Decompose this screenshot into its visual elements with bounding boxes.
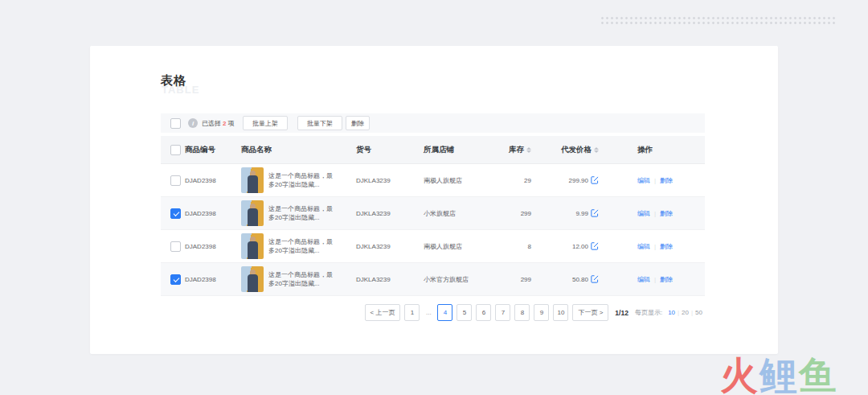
- row-checkbox[interactable]: [170, 241, 181, 252]
- table-row: DJAD2398 这是一个商品标题，最多20字溢出隐藏... DJKLA3239…: [161, 197, 705, 230]
- edit-link[interactable]: 编辑: [637, 242, 650, 251]
- edit-price-icon[interactable]: [591, 275, 599, 283]
- item-no-cell: DJKLA3239: [356, 177, 424, 184]
- edit-link[interactable]: 编辑: [637, 209, 650, 218]
- action-divider: |: [654, 276, 656, 283]
- page-title: 表格: [161, 73, 705, 88]
- bulk-off-shelf-button[interactable]: 批量下架: [297, 116, 342, 130]
- product-id-cell: DJAD2398: [185, 276, 240, 283]
- toolbar-select-checkbox[interactable]: [170, 118, 181, 129]
- action-divider: |: [654, 177, 656, 184]
- shop-cell: 小米官方旗舰店: [424, 275, 507, 284]
- sort-icon-stock[interactable]: [526, 147, 531, 153]
- edit-link[interactable]: 编辑: [637, 176, 650, 185]
- per-page-divider: |: [678, 309, 679, 316]
- stock-cell: 299: [507, 276, 555, 283]
- page-button-10[interactable]: 10: [553, 304, 568, 321]
- bulk-delete-button[interactable]: 删除: [346, 116, 370, 130]
- stock-cell: 8: [507, 243, 555, 250]
- per-page-option-20[interactable]: 20: [682, 309, 689, 316]
- per-page-divider: |: [691, 309, 693, 316]
- col-header-item-no: 货号: [356, 145, 424, 155]
- title-block: TABLE 表格: [161, 73, 705, 94]
- row-checkbox[interactable]: [170, 274, 181, 285]
- edit-price-icon[interactable]: [591, 242, 599, 250]
- selected-suffix: 项: [227, 120, 234, 127]
- edit-link[interactable]: 编辑: [637, 275, 650, 284]
- huoliyu-watermark: 火鲤鱼: [720, 356, 838, 394]
- page-button-8[interactable]: 8: [514, 304, 530, 321]
- col-header-stock[interactable]: 库存: [507, 145, 555, 155]
- delete-link[interactable]: 删除: [660, 209, 673, 218]
- product-title: 这是一个商品标题，最多20字溢出隐藏...: [268, 237, 334, 255]
- bulk-on-shelf-button[interactable]: 批量上架: [243, 116, 288, 130]
- delete-link[interactable]: 删除: [660, 242, 673, 251]
- product-thumbnail: [241, 200, 264, 226]
- table-header-row: 商品编号 商品名称 货号 所属店铺 库存 代发价格 操作: [161, 136, 705, 164]
- row-checkbox[interactable]: [170, 175, 181, 186]
- product-thumbnail: [241, 167, 264, 193]
- edit-price-icon[interactable]: [591, 209, 599, 217]
- price-cell: 50.80: [572, 276, 588, 283]
- selected-prefix: 已选择: [202, 120, 221, 127]
- col-header-price-label: 代发价格: [561, 145, 592, 155]
- edit-price-icon[interactable]: [591, 176, 599, 184]
- page-button-7[interactable]: 7: [495, 304, 510, 321]
- product-thumbnail: [241, 233, 264, 259]
- dot-pattern-decor: [601, 17, 836, 27]
- shop-cell: 小米旗舰店: [424, 209, 507, 218]
- price-cell: 9.99: [575, 210, 588, 217]
- per-page-option-50[interactable]: 50: [695, 309, 702, 316]
- select-all-checkbox[interactable]: [170, 145, 181, 155]
- table-card: TABLE 表格 i 已选择2项 批量上架批量下架删除 商品编号 商品名称 货号…: [90, 46, 778, 354]
- item-no-cell: DJKLA3239: [356, 210, 424, 217]
- sort-icon-price[interactable]: [594, 147, 599, 153]
- table-row: DJAD2398 这是一个商品标题，最多20字溢出隐藏... DJKLA3239…: [161, 263, 705, 296]
- product-title: 这是一个商品标题，最多20字溢出隐藏...: [268, 270, 334, 288]
- table-body: DJAD2398 这是一个商品标题，最多20字溢出隐藏... DJKLA3239…: [161, 164, 705, 296]
- pagination: < 上一页 1...45678910 下一页 > 1/12 每页显示: 10|2…: [161, 304, 705, 321]
- page-button-5[interactable]: 5: [457, 304, 472, 321]
- info-icon: i: [188, 118, 198, 128]
- row-checkbox[interactable]: [170, 208, 181, 219]
- shop-cell: 南极人旗舰店: [424, 242, 507, 251]
- product-id-cell: DJAD2398: [185, 243, 240, 250]
- page-indicator: 1/12: [615, 309, 628, 317]
- col-header-actions: 操作: [636, 145, 705, 155]
- price-cell: 299.90: [569, 177, 588, 184]
- shop-cell: 南极人旗舰店: [424, 176, 507, 185]
- action-divider: |: [654, 243, 656, 250]
- page-button-9[interactable]: 9: [534, 304, 549, 321]
- per-page-label: 每页显示:: [635, 308, 662, 317]
- selected-count: 2: [223, 120, 226, 127]
- col-header-product-name: 商品名称: [240, 145, 356, 155]
- per-page-option-10[interactable]: 10: [668, 309, 675, 316]
- table-row: DJAD2398 这是一个商品标题，最多20字溢出隐藏... DJKLA3239…: [161, 230, 705, 263]
- item-no-cell: DJKLA3239: [356, 243, 424, 250]
- stock-cell: 299: [507, 210, 555, 217]
- delete-link[interactable]: 删除: [660, 275, 673, 284]
- next-page-button[interactable]: 下一页 >: [572, 304, 608, 321]
- product-thumbnail: [241, 266, 264, 292]
- col-header-product-id: 商品编号: [185, 145, 240, 155]
- page-button-1[interactable]: 1: [404, 304, 420, 321]
- toolbar-buttons: 批量上架批量下架删除: [243, 116, 370, 130]
- product-title: 这是一个商品标题，最多20字溢出隐藏...: [268, 204, 334, 222]
- col-header-price[interactable]: 代发价格: [555, 145, 636, 155]
- stock-cell: 29: [507, 177, 555, 184]
- watermark-char: 火: [720, 354, 760, 395]
- action-divider: |: [654, 210, 656, 217]
- page-button-4[interactable]: 4: [437, 304, 452, 321]
- bulk-actions-toolbar: i 已选择2项 批量上架批量下架删除: [161, 113, 705, 133]
- product-id-cell: DJAD2398: [185, 177, 240, 184]
- col-header-stock-label: 库存: [509, 145, 524, 155]
- per-page-options: 10|20|50: [665, 309, 705, 316]
- product-id-cell: DJAD2398: [185, 210, 240, 217]
- prev-page-button[interactable]: < 上一页: [365, 304, 401, 321]
- page-background: TABLE 表格 i 已选择2项 批量上架批量下架删除 商品编号 商品名称 货号…: [0, 0, 868, 395]
- item-no-cell: DJKLA3239: [356, 276, 424, 283]
- page-button-6[interactable]: 6: [476, 304, 491, 321]
- delete-link[interactable]: 删除: [660, 176, 673, 185]
- selected-count-text: 已选择2项: [202, 119, 234, 128]
- card-content: TABLE 表格 i 已选择2项 批量上架批量下架删除 商品编号 商品名称 货号…: [161, 46, 705, 321]
